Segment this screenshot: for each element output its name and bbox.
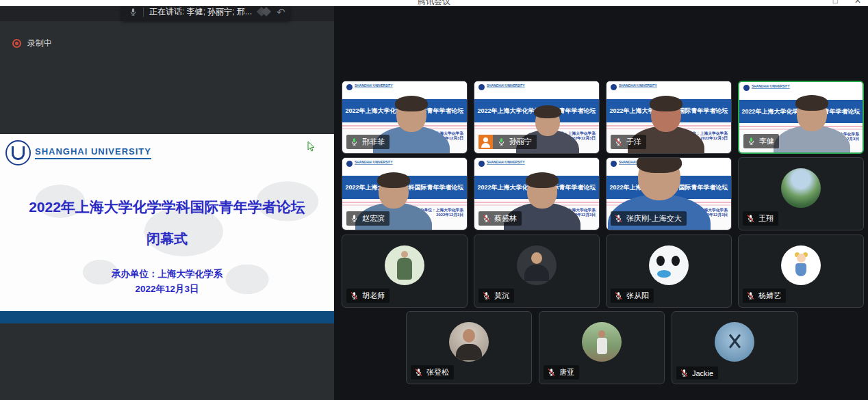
participant-tile[interactable]: 胡老师: [342, 235, 468, 308]
university-name: SHANGHAI UNIVERSITY: [35, 146, 151, 159]
participant-name-label: 于洋: [611, 135, 646, 149]
participant-name-label: 孙丽宁: [478, 135, 537, 149]
avatar: [715, 322, 754, 362]
avatar: [582, 322, 622, 362]
grid-row-4: 张登松 唐亚 Jackie: [334, 311, 868, 384]
participant-name-label: 王翔: [743, 211, 778, 226]
participant-name-label: 李健: [743, 134, 779, 148]
participant-grid: SHANGHAI UNIVERSITY 2022年上海大学化学学科国际青年学者论…: [334, 6, 868, 400]
avatar: [649, 245, 689, 285]
mic-icon: [497, 137, 506, 146]
recording-label: 录制中: [27, 38, 52, 49]
university-name: SHANGHAI UNIVERSITY: [355, 161, 393, 165]
participant-name: 于洋: [626, 137, 641, 147]
mic-muted-icon: [614, 291, 623, 300]
grid-row-1: SHANGHAI UNIVERSITY 2022年上海大学化学学科国际青年学者论…: [334, 81, 868, 154]
university-logo-icon: [478, 161, 485, 167]
participant-tile[interactable]: SHANGHAI UNIVERSITY 2022年上海大学化学学科国际青年学者论…: [606, 81, 732, 154]
participant-tile[interactable]: 杨婧艺: [738, 235, 864, 308]
mic-icon: [350, 214, 359, 223]
university-name: SHANGHAI UNIVERSITY: [752, 85, 790, 89]
participant-name-label: 张庆刚-上海交大: [611, 211, 687, 226]
speaking-label: 正在讲话: 李健; 孙丽宁; 邢...: [149, 6, 252, 18]
mic-muted-icon: [414, 368, 423, 377]
slide-organizer: 承办单位：上海大学化学系: [0, 268, 334, 280]
participant-name: 孙丽宁: [509, 137, 532, 147]
mic-icon: [129, 8, 138, 16]
presentation-slide: SHANGHAI UNIVERSITY 2022年上海大学化学学科国际青年学者论…: [0, 134, 334, 311]
mic-muted-icon: [482, 291, 491, 300]
participant-tile[interactable]: 张从阳: [606, 235, 732, 308]
participant-name: 赵宏滨: [362, 213, 385, 224]
participant-tile[interactable]: 唐亚: [539, 311, 665, 384]
university-name: SHANGHAI UNIVERSITY: [619, 84, 657, 88]
participant-tile[interactable]: SHANGHAI UNIVERSITY 2022年上海大学化学学科国际青年学者论…: [738, 81, 864, 154]
participant-tile[interactable]: SHANGHAI UNIVERSITY 2022年上海大学化学学科国际青年学者论…: [606, 157, 732, 230]
participant-name-label: Jackie: [676, 366, 718, 379]
mic-muted-icon: [746, 214, 755, 223]
university-name: SHANGHAI UNIVERSITY: [487, 84, 525, 88]
university-logo-row: SHANGHAI UNIVERSITY: [5, 140, 151, 165]
participant-name-label: 张登松: [411, 365, 454, 379]
participant-name: 李健: [759, 136, 774, 146]
university-logo-icon: [346, 161, 353, 167]
mic-muted-icon: [350, 291, 359, 300]
presenter-badge-icon: [478, 135, 493, 149]
participant-tile[interactable]: SHANGHAI UNIVERSITY 2022年上海大学化学学科国际青年学者论…: [342, 157, 468, 230]
mini-slide-header: SHANGHAI UNIVERSITY: [342, 158, 467, 176]
mic-muted-icon: [680, 369, 689, 377]
participant-tile[interactable]: 王翔: [738, 157, 864, 230]
participant-tile[interactable]: Jackie: [672, 311, 797, 384]
university-logo-icon: [5, 140, 31, 165]
participant-name: 杨婧艺: [758, 291, 781, 301]
participant-name-label: 张从阳: [611, 289, 654, 303]
participant-tile[interactable]: SHANGHAI UNIVERSITY 2022年上海大学化学学科国际青年学者论…: [474, 157, 600, 230]
shared-screen-panel: 录制中 SHANGHAI UNIVERSITY 2022年上海大学化学学科国际青…: [0, 6, 334, 400]
university-logo-icon: [478, 84, 485, 90]
record-icon: [12, 39, 21, 48]
close-button[interactable]: ✕: [854, 0, 861, 5]
participant-name-label: 胡老师: [346, 289, 390, 303]
avatar: [781, 245, 821, 285]
slide-subtitle: 闭幕式: [0, 230, 334, 248]
mic-muted-icon: [614, 214, 623, 223]
undo-arrow-icon[interactable]: ↶: [277, 7, 285, 17]
participant-name: 王翔: [758, 213, 774, 224]
annotation-icon[interactable]: [257, 6, 272, 18]
participant-tile[interactable]: SHANGHAI UNIVERSITY 2022年上海大学化学学科国际青年学者论…: [474, 81, 600, 154]
participant-name-label: 杨婧艺: [743, 289, 786, 303]
avatar: [517, 245, 557, 285]
grid-row-3: 胡老师 莫沉 张从阳 杨婧艺: [334, 235, 868, 308]
mic-muted-icon: [547, 368, 556, 377]
participant-name: 张庆刚-上海交大: [626, 213, 682, 224]
slide-bottom-bar: [0, 311, 334, 323]
slide-date: 2022年12月3日: [0, 283, 334, 295]
participant-name-label: 唐亚: [544, 365, 579, 379]
divider: [143, 8, 144, 17]
university-name: SHANGHAI UNIVERSITY: [487, 161, 525, 165]
slide-title: 2022年上海大学化学学科国际青年学者论坛: [0, 198, 334, 217]
university-logo-icon: [346, 84, 353, 90]
participant-name: Jackie: [692, 369, 713, 377]
university-logo-icon: [743, 85, 750, 91]
participant-tile[interactable]: 张登松: [406, 311, 532, 384]
grid-row-2: SHANGHAI UNIVERSITY 2022年上海大学化学学科国际青年学者论…: [334, 157, 868, 230]
participant-name-label: 邢菲菲: [346, 135, 390, 149]
avatar: [449, 322, 489, 362]
avatar: [385, 245, 424, 285]
mic-muted-icon: [746, 291, 755, 300]
participant-name: 胡老师: [362, 291, 385, 301]
mini-slide-header: SHANGHAI UNIVERSITY: [474, 81, 599, 99]
participant-name: 张从阳: [626, 291, 649, 301]
recording-indicator: 录制中: [12, 38, 52, 49]
mic-icon: [747, 137, 756, 146]
participant-tile[interactable]: SHANGHAI UNIVERSITY 2022年上海大学化学学科国际青年学者论…: [342, 81, 468, 154]
mic-muted-icon: [482, 214, 491, 223]
participant-name: 张登松: [426, 367, 449, 377]
person-silhouette: [774, 97, 850, 152]
participant-name: 莫沉: [494, 291, 509, 301]
maximize-button[interactable]: □: [833, 0, 838, 5]
participant-name-label: 赵宏滨: [346, 211, 390, 226]
mic-icon: [350, 137, 359, 146]
participant-tile[interactable]: 莫沉: [474, 235, 600, 308]
